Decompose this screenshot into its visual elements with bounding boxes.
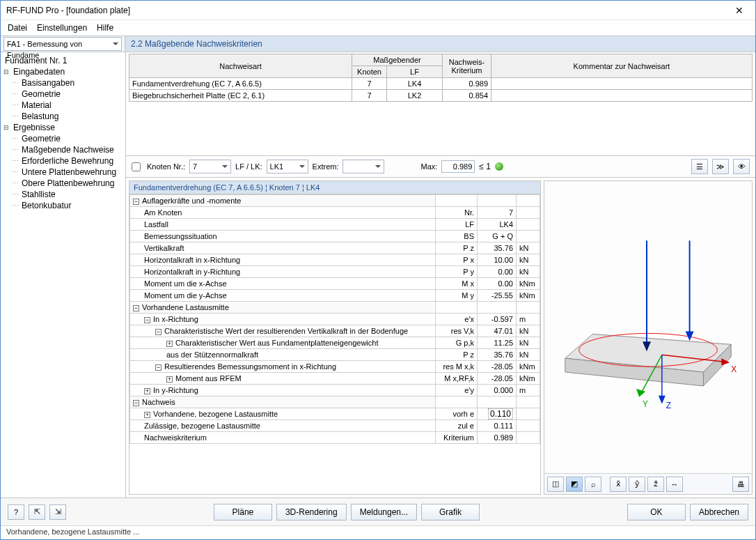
- svg-marker-15: [659, 396, 666, 404]
- detail-header: Fundamentverdrehung (EC 7, A 6.6.5) ¦ Kn…: [129, 181, 540, 194]
- tree-leaf[interactable]: Maßgebende Nachweise: [20, 144, 124, 155]
- plans-button[interactable]: Pläne: [214, 504, 272, 520]
- detail-row[interactable]: Horizontalkraft in y-RichtungP y0.00kN: [130, 266, 540, 278]
- section-title: 2.2 Maßgebende Nachweiskriterien: [125, 36, 755, 52]
- tree-leaf[interactable]: Obere Plattenbewehrung: [20, 178, 124, 189]
- close-icon[interactable]: ✕: [729, 5, 750, 16]
- node-combo[interactable]: 7: [189, 160, 231, 173]
- tree-results[interactable]: Ergebnisse: [12, 122, 124, 133]
- detail-row[interactable]: Zulässige, bezogene Lastausmittezul e0.1…: [130, 420, 540, 432]
- detail-row[interactable]: +Vorhandene, bezogene Lastausmittevorh e…: [130, 408, 540, 420]
- criteria-grid[interactable]: Nachweisart Maßgebender Nachweis-Kriteri…: [126, 52, 755, 155]
- detail-row[interactable]: Moment um die x-AchseM x0.00kNm: [130, 278, 540, 290]
- tree-leaf[interactable]: Stahlliste: [20, 189, 124, 200]
- detail-row[interactable]: LastfallLFLK4: [130, 219, 540, 231]
- tree-leaf[interactable]: Belastung: [20, 111, 124, 122]
- titlebar: RF-FUND Pro - [foundation plate] ✕: [1, 1, 755, 20]
- tree-input[interactable]: Eingabedaten: [12, 66, 124, 77]
- tree-leaf[interactable]: Geometrie: [20, 133, 124, 144]
- table-row[interactable]: Fundamentverdrehung (EC 7, A 6.6.5)7LK40…: [129, 78, 753, 90]
- detail-row[interactable]: aus der StützennormalkraftP z35.76kN: [130, 349, 540, 361]
- statusbar: Vorhandene, bezogene Lastausmitte ...: [1, 525, 755, 539]
- viewer-toolbar: ◫ ◩ ⌕ x̄ ȳ z̄ ↔ 🖶: [544, 473, 752, 494]
- svg-text:X: X: [731, 364, 737, 374]
- status-ok-icon: [495, 162, 503, 171]
- tree-leaf[interactable]: Betonkubatur: [20, 200, 124, 211]
- tree-leaf[interactable]: Geometrie: [20, 88, 124, 100]
- svg-marker-12: [636, 389, 645, 397]
- detail-row[interactable]: +Moment aus RFEMM x,RF,k-28.05kNm: [130, 373, 540, 385]
- window-title: RF-FUND Pro - [foundation plate]: [6, 6, 729, 15]
- view-z-icon[interactable]: z̄: [647, 477, 664, 492]
- col-crit: Nachweis-Kriterium: [443, 54, 491, 78]
- detail-row[interactable]: +In y-Richtunge'y0.000m: [130, 385, 540, 396]
- print-icon[interactable]: 🖶: [732, 477, 749, 492]
- detail-row[interactable]: VertikalkraftP z35.76kN: [130, 242, 540, 254]
- detail-row[interactable]: NachweiskriteriumKriterium0.989: [130, 432, 540, 444]
- help-icon[interactable]: ?: [8, 504, 24, 520]
- extrem-label: Extrem:: [313, 162, 339, 171]
- col-comment: Kommentar zur Nachweisart: [491, 54, 753, 78]
- menu-settings[interactable]: Einstellungen: [37, 23, 87, 33]
- menubar: Datei Einstellungen Hilfe: [1, 20, 755, 36]
- graphic-button[interactable]: Grafik: [421, 504, 480, 520]
- col-type: Nachweisart: [129, 54, 352, 78]
- view-persp-icon[interactable]: ◩: [566, 477, 583, 492]
- menu-file[interactable]: Datei: [8, 23, 27, 33]
- tree-leaf[interactable]: Basisangaben: [20, 77, 124, 88]
- detail-panel: Fundamentverdrehung (EC 7, A 6.6.5) ¦ Kn…: [129, 180, 541, 495]
- top-row: FA1 - Bemessung von Fundame 2.2 Maßgeben…: [1, 36, 755, 52]
- col-lf: LF: [387, 66, 443, 78]
- nav-tree[interactable]: Fundament Nr. 1 Eingabedaten Basisangabe…: [1, 52, 126, 497]
- lf-label: LF / LK:: [235, 162, 262, 171]
- detail-row[interactable]: −Auflagerkräfte und -momente: [130, 195, 540, 207]
- detail-row[interactable]: Horizontalkraft in x-RichtungP x10.00kN: [130, 254, 540, 266]
- sort-icon[interactable]: ☰: [691, 159, 708, 174]
- filter-icon[interactable]: ≫: [712, 159, 729, 174]
- svg-text:Z: Z: [666, 401, 671, 410]
- detail-row[interactable]: −Vorhandene Lastausmitte: [130, 302, 540, 314]
- view-y-icon[interactable]: ȳ: [629, 477, 645, 492]
- messages-button[interactable]: Meldungen...: [351, 504, 417, 520]
- detail-row[interactable]: BemessungssituationBSG + Q: [130, 231, 540, 242]
- eye-icon[interactable]: 👁: [733, 159, 750, 174]
- view-dim-icon[interactable]: ↔: [666, 477, 683, 492]
- import-icon[interactable]: ⇲: [49, 504, 66, 520]
- menu-help[interactable]: Hilfe: [97, 23, 113, 33]
- tree-leaf[interactable]: Untere Plattenbewehrung: [20, 167, 124, 178]
- detail-row[interactable]: −Nachweis: [130, 396, 540, 408]
- max-label: Max:: [420, 162, 437, 171]
- ok-button[interactable]: OK: [627, 504, 686, 520]
- detail-row[interactable]: Am KnotenNr.7: [130, 207, 540, 219]
- extrem-combo[interactable]: [342, 160, 384, 173]
- col-group: Maßgebender: [352, 54, 443, 66]
- tree-root[interactable]: Fundament Nr. 1: [3, 55, 124, 66]
- filter-row: Knoten Nr.: 7 LF / LK: LK1 Extrem: Max: …: [126, 155, 755, 178]
- detail-row[interactable]: −Charakteristische Wert der resultierend…: [130, 325, 540, 337]
- tree-leaf[interactable]: Erforderliche Bewehrung: [20, 155, 124, 167]
- detail-row[interactable]: −Resultierendes Bemessungsmoment in x-Ri…: [130, 361, 540, 373]
- max-limit: ≤ 1: [479, 162, 491, 171]
- view-x-icon[interactable]: x̄: [610, 477, 627, 492]
- viewer-canvas[interactable]: X Y Z: [544, 181, 752, 473]
- viewer-panel: X Y Z ◫ ◩ ⌕ x̄ ȳ z̄: [544, 180, 753, 495]
- detail-row[interactable]: −In x-Richtunge'x-0.597m: [130, 314, 540, 325]
- case-selector[interactable]: FA1 - Bemessung von Fundame: [3, 37, 122, 51]
- footer: ? ⇱ ⇲ Pläne 3D-Rendering Meldungen... Gr…: [1, 497, 755, 525]
- view-iso-icon[interactable]: ◫: [547, 477, 564, 492]
- render-button[interactable]: 3D-Rendering: [276, 504, 347, 520]
- cancel-button[interactable]: Abbrechen: [690, 504, 748, 520]
- detail-row[interactable]: +Charakteristischer Wert aus Fundamentpl…: [130, 337, 540, 349]
- lf-combo[interactable]: LK1: [267, 160, 308, 173]
- tree-leaf[interactable]: Material: [20, 100, 124, 111]
- detail-table[interactable]: −Auflagerkräfte und -momenteAm KnotenNr.…: [129, 194, 540, 444]
- detail-row[interactable]: Moment um die y-AchseM y-25.55kNm: [130, 290, 540, 302]
- table-row[interactable]: Biegebruchsicherheit Platte (EC 2, 6.1)7…: [129, 90, 753, 102]
- col-node: Knoten: [352, 66, 387, 78]
- max-value[interactable]: [441, 160, 475, 173]
- node-label: Knoten Nr.:: [147, 162, 185, 171]
- svg-text:Y: Y: [643, 399, 648, 409]
- view-zoom-icon[interactable]: ⌕: [585, 477, 601, 492]
- export-icon[interactable]: ⇱: [29, 504, 45, 520]
- node-check[interactable]: [132, 162, 141, 171]
